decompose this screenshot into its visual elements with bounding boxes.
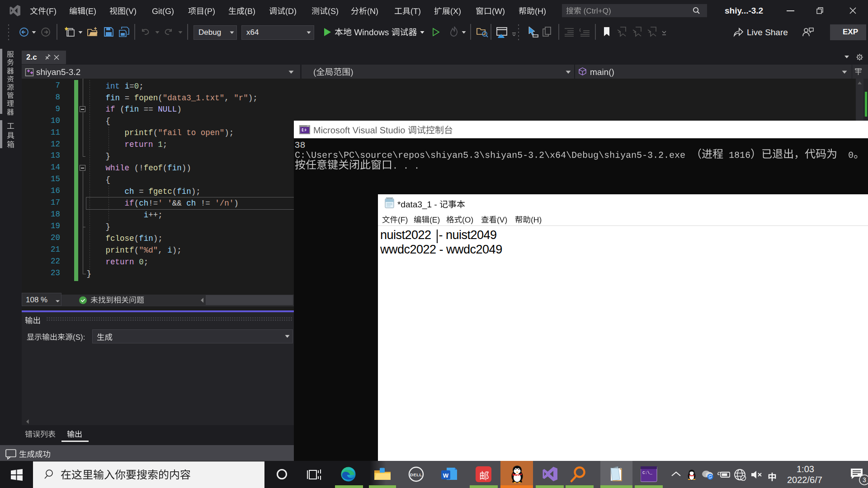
svg-text:C:\_: C:\_ [642, 471, 652, 475]
svg-text:DELL: DELL [410, 472, 422, 477]
svg-text:3: 3 [863, 476, 866, 483]
svg-text:W: W [443, 472, 449, 479]
